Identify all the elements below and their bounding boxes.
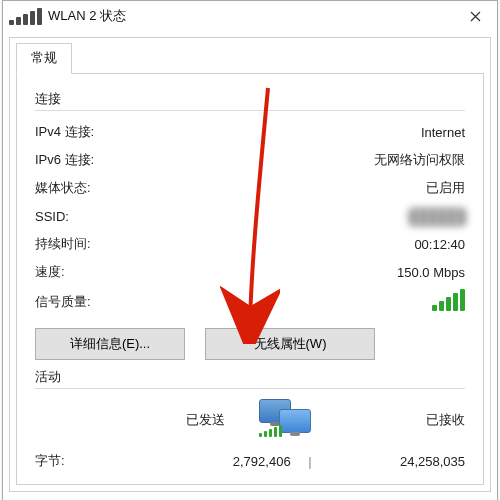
- tab-page-general: 连接 IPv4 连接: Internet IPv6 连接: 无网络访问权限 媒体…: [16, 73, 484, 485]
- speed-label: 速度:: [35, 263, 185, 281]
- dialog-window: WLAN 2 状态 常规 连接 IPv4 连接: Internet IPv6 连…: [2, 0, 498, 500]
- bytes-row: 字节: 2,792,406 | 24,258,035: [35, 452, 465, 470]
- speed-value: 150.0 Mbps: [185, 265, 465, 280]
- activity-sent-label: 已发送: [105, 411, 225, 429]
- signal-quality-label: 信号质量:: [35, 293, 185, 311]
- tabstrip: 常规: [16, 37, 490, 74]
- duration-value: 00:12:40: [185, 237, 465, 252]
- content-frame: 常规 连接 IPv4 连接: Internet IPv6 连接: 无网络访问权限…: [9, 37, 491, 492]
- media-state-label: 媒体状态:: [35, 179, 185, 197]
- bytes-received-value: 24,258,035: [329, 454, 465, 469]
- ipv6-label: IPv6 连接:: [35, 151, 185, 169]
- signal-bars-icon: [432, 289, 465, 311]
- ssid-value: ██████: [185, 209, 465, 224]
- ssid-label: SSID:: [35, 209, 185, 224]
- activity-columns: 已发送 已接收: [35, 399, 465, 440]
- divider: [35, 388, 465, 389]
- duration-label: 持续时间:: [35, 235, 185, 253]
- network-activity-icon: [255, 399, 315, 437]
- wireless-properties-button[interactable]: 无线属性(W): [205, 328, 375, 360]
- button-row: 详细信息(E)... 无线属性(W): [35, 328, 465, 360]
- bytes-label: 字节:: [35, 452, 155, 470]
- close-button[interactable]: [453, 1, 497, 31]
- titlebar: WLAN 2 状态: [3, 1, 497, 31]
- connection-heading: 连接: [35, 90, 465, 108]
- tab-general[interactable]: 常规: [16, 43, 72, 74]
- wifi-icon: [9, 8, 42, 25]
- window-title: WLAN 2 状态: [48, 7, 453, 25]
- ipv4-label: IPv4 连接:: [35, 123, 185, 141]
- signal-quality-value: [185, 289, 465, 314]
- close-icon: [470, 11, 481, 22]
- bytes-separator: |: [291, 454, 330, 469]
- activity-received-label: 已接收: [345, 411, 465, 429]
- activity-heading: 活动: [35, 368, 465, 386]
- media-state-value: 已启用: [185, 179, 465, 197]
- ipv4-value: Internet: [185, 125, 465, 140]
- divider: [35, 110, 465, 111]
- ipv6-value: 无网络访问权限: [185, 151, 465, 169]
- bytes-sent-value: 2,792,406: [155, 454, 291, 469]
- details-button[interactable]: 详细信息(E)...: [35, 328, 185, 360]
